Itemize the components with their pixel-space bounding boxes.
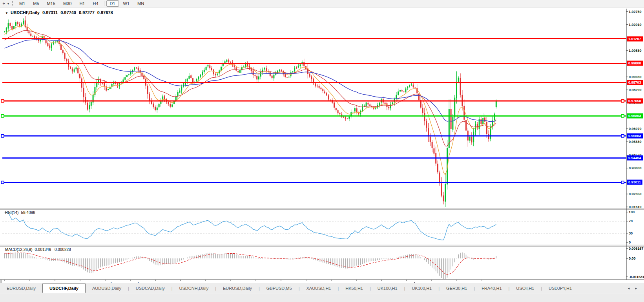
chart-tab-fra40-h1[interactable]: FRA40,H1 xyxy=(475,283,508,293)
toolbar-grip-handle[interactable] xyxy=(12,1,13,6)
ohlc-high: 0.97740 xyxy=(60,10,76,15)
macd-axis-tick: -0.011531 xyxy=(629,275,644,279)
chart-tab-uk100-h1[interactable]: UK100,H1 xyxy=(371,283,404,293)
chart-tab-usoil-h1[interactable]: USOil,H1 xyxy=(509,283,541,293)
macd-main-value: 0.001346 xyxy=(35,247,51,252)
price-axis-tick: 1.02010 xyxy=(629,23,642,27)
timeframe-button-group: M1M5M15M30H1H4D1W1MN xyxy=(15,1,148,6)
timeframe-button-h4[interactable]: H4 xyxy=(89,0,102,7)
status-divider xyxy=(121,295,121,301)
timeframe-button-m5[interactable]: M5 xyxy=(29,0,42,7)
timeframe-button-mn[interactable]: MN xyxy=(134,0,148,7)
rsi-axis-tick: 0 xyxy=(629,240,631,244)
ohlc-close: 0.97678 xyxy=(97,10,113,15)
level-price-label: 0.99800 xyxy=(627,61,643,66)
macd-signal-value: 0.000228 xyxy=(55,247,71,252)
rsi-indicator-label: RSI(14)59.4096 xyxy=(5,210,38,215)
chart-tab-gbpusd-m5[interactable]: GBPUSD,M5 xyxy=(260,283,299,293)
collapse-triangle-icon[interactable]: ▼ xyxy=(5,11,8,15)
macd-axis-tick: 0.006167 xyxy=(629,247,644,251)
ohlc-open: 0.97311 xyxy=(42,10,58,15)
status-divider xyxy=(214,295,214,301)
symbol-period-label: USDCHF,Daily xyxy=(11,10,40,15)
timeframe-button-d1[interactable]: D1 xyxy=(106,0,119,7)
price-axis-tick: 0.99030 xyxy=(629,75,642,79)
timeframe-button-m1[interactable]: M1 xyxy=(16,0,29,7)
price-axis-tick: 1.02750 xyxy=(629,10,642,14)
chart-window: ▼USDCHF,Daily 0.97311 0.97740 0.97277 0.… xyxy=(0,8,644,291)
level-price-label: 0.98703 xyxy=(627,80,643,85)
price-axis-tick: 0.92350 xyxy=(629,192,642,196)
status-divider xyxy=(72,295,72,301)
price-axis-tick: 1.00530 xyxy=(629,49,642,53)
chart-tab-usdcad-daily[interactable]: USDCAD,Daily xyxy=(129,283,171,293)
chart-tab-ger30-h1[interactable]: GER30,H1 xyxy=(440,283,474,293)
chart-title: ▼USDCHF,Daily 0.97311 0.97740 0.97277 0.… xyxy=(5,10,115,15)
chart-tab-bar: EURUSD,DailyUSDCHF,DailyAUDUSD,Daily|USD… xyxy=(0,283,644,293)
chart-tab-eurusd-daily[interactable]: EURUSD,Daily xyxy=(0,283,42,293)
macd-axis-tick: 0.00 xyxy=(629,256,636,260)
level-price-label: 0.93011 xyxy=(627,180,642,185)
crosshair-tool-icon[interactable]: ⌖ xyxy=(1,1,7,6)
timeframe-button-m15[interactable]: M15 xyxy=(44,0,59,7)
chart-tab-usdcnh-daily[interactable]: USDCNH,Daily xyxy=(173,283,215,293)
level-price-label: 0.94404 xyxy=(627,156,643,161)
chart-tab-usdchf-daily[interactable]: USDCHF,Daily xyxy=(42,284,86,293)
chart-tab-uk100-h1[interactable]: UK100,H1 xyxy=(405,283,438,293)
macd-indicator-label: MACD(12,26,9)0.001346 0.000228 xyxy=(5,247,73,252)
mt4-application-window: ⌖ ▾ M1M5M15M30H1H4D1W1MN ▼USDCHF,Daily 0… xyxy=(0,0,644,302)
rsi-axis-tick: 70 xyxy=(629,219,633,223)
rsi-axis-tick: 30 xyxy=(629,231,633,235)
timeframe-button-w1[interactable]: W1 xyxy=(120,0,133,7)
status-bar xyxy=(0,293,644,302)
price-axis-tick: 0.95330 xyxy=(629,140,642,144)
level-price-label: 0.95663 xyxy=(627,134,643,139)
tab-scroll-left-icon[interactable]: ◂ xyxy=(628,286,630,290)
level-price-label: 0.96803 xyxy=(627,113,643,119)
toolbar-separator xyxy=(104,1,104,6)
price-axis-tick: 0.93830 xyxy=(629,166,642,170)
chart-tab-hk50-h1[interactable]: HK50,H1 xyxy=(339,283,370,293)
ohlc-low: 0.97277 xyxy=(79,10,95,15)
chart-tab-xauusd-h1[interactable]: XAUUSD,H1 xyxy=(300,283,338,293)
chart-tab-usdjpy-h1[interactable]: USDJPY,H1 xyxy=(542,283,578,293)
rsi-value: 59.4096 xyxy=(21,210,35,215)
level-price-label: 0.97658 xyxy=(627,99,643,104)
chart-canvas[interactable] xyxy=(0,8,644,291)
tab-scroll-right-icon[interactable]: ▸ xyxy=(635,286,637,290)
timeframe-toolbar: ⌖ ▾ M1M5M15M30H1H4D1W1MN xyxy=(0,0,644,7)
price-axis-tick: 0.91610 xyxy=(629,205,642,209)
timeframe-button-m30[interactable]: M30 xyxy=(60,0,75,7)
chevron-down-icon[interactable]: ▾ xyxy=(7,2,9,5)
price-axis-tick: 0.98290 xyxy=(629,88,642,92)
chart-tab-eurusd-daily[interactable]: EURUSD,Daily xyxy=(216,283,259,293)
rsi-axis-tick: 100 xyxy=(629,210,635,214)
price-axis-tick: 0.96070 xyxy=(629,127,642,131)
timeframe-button-h1[interactable]: H1 xyxy=(76,0,88,7)
chart-tab-audusd-daily[interactable]: AUDUSD,Daily xyxy=(86,283,128,293)
level-price-label: 1.01207 xyxy=(627,36,643,41)
